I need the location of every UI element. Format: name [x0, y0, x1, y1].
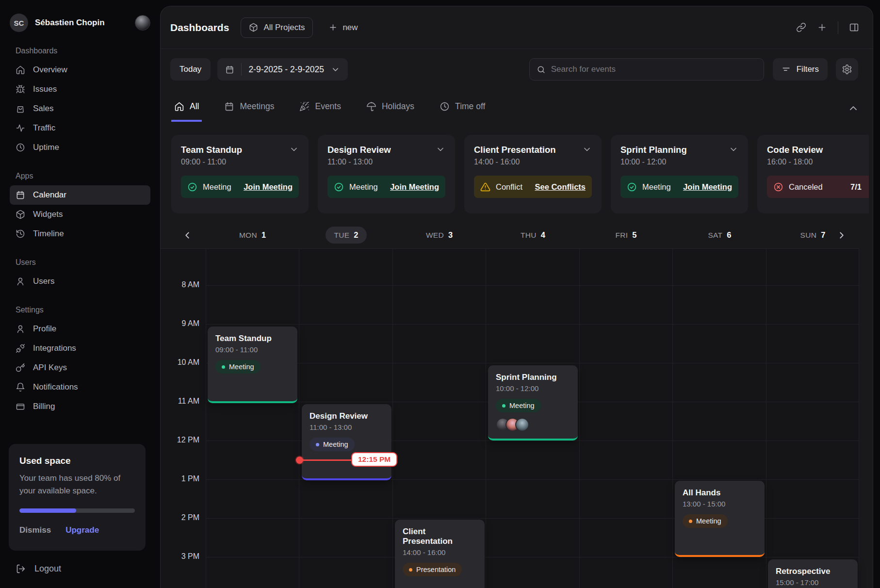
new-dashboard-button[interactable]: new [324, 17, 362, 38]
day-number: 3 [448, 230, 453, 240]
today-button[interactable]: Today [170, 58, 211, 81]
time-label: 12 PM [161, 436, 199, 444]
calendar-toolbar: Today 2-9-2025 - 2-9-2025 Filters [161, 58, 873, 81]
summary-card-team-standup[interactable]: Team Standup 09:00 - 11:00 Meeting Join … [171, 135, 309, 213]
bug-icon [16, 84, 25, 94]
settings-button[interactable] [836, 58, 858, 81]
status-label: Meeting [642, 182, 671, 192]
calendar-event-retrospective[interactable]: Retrospective 15:00 - 17:00 Meeting [768, 559, 858, 588]
all-projects-button[interactable]: All Projects [241, 17, 313, 38]
tag-dot [502, 404, 505, 408]
calendar-event-client-presentation[interactable]: Client Presentation 14:00 - 16:00 Presen… [395, 520, 485, 588]
section-label-dashboards: Dashboards [16, 47, 145, 55]
event-tag: Meeting [496, 399, 541, 412]
sidebar-item-api-keys[interactable]: API Keys [10, 358, 150, 377]
summary-card-code-review[interactable]: Code Review 16:00 - 18:00 Canceled 7/1 [757, 135, 869, 213]
sidebar-item-label: Widgets [33, 210, 63, 219]
upgrade-button[interactable]: Upgrade [65, 525, 99, 535]
day-number: 5 [632, 230, 636, 240]
sidebar-item-notifications[interactable]: Notifications [10, 377, 150, 397]
sidebar-item-users[interactable]: Users [10, 272, 150, 291]
sidebar-item-integrations[interactable]: Integrations [10, 339, 150, 358]
tag-label: Meeting [509, 402, 535, 409]
chevron-right-icon[interactable] [836, 230, 847, 241]
grid-line [579, 249, 580, 588]
chevron-down-icon[interactable] [289, 145, 299, 154]
sidebar-item-label: Profile [33, 324, 56, 334]
day-number: 7 [821, 230, 825, 240]
calendar-event-design-review[interactable]: Design Review 11:00 - 13:00 Meeting [302, 404, 391, 480]
calendar-grid[interactable]: 8 AM 9 AM 10 AM 11 AM 12 PM 1 PM 2 PM 3 … [161, 249, 859, 588]
chevron-down-icon[interactable] [582, 145, 592, 154]
event-time: 11:00 - 13:00 [310, 423, 384, 431]
sidebar-item-calendar[interactable]: Calendar [10, 185, 150, 205]
home-icon [174, 101, 184, 112]
sidebar-item-label: Timeline [33, 229, 64, 239]
sidebar-item-uptime[interactable]: Uptime [10, 138, 150, 157]
section-label-settings: Settings [16, 306, 145, 314]
logout-button[interactable]: Logout [16, 564, 61, 574]
collapse-chevron-up-icon[interactable] [847, 102, 859, 114]
app-root: SC Sébastien Chopin Dashboards Overview … [0, 0, 880, 588]
tab-time-off[interactable]: Time off [437, 98, 488, 120]
join-meeting-link[interactable]: Join Meeting [683, 182, 732, 192]
user-photo-avatar[interactable] [135, 15, 150, 31]
panel-header: Dashboards All Projects new [161, 6, 873, 49]
see-conflicts-link[interactable]: See Conflicts [535, 182, 586, 192]
time-label: 10 AM [161, 358, 199, 367]
sidebar-item-timeline[interactable]: Timeline [10, 224, 150, 244]
sidebar-item-traffic[interactable]: Traffic [10, 118, 150, 138]
event-title: Team Standup [215, 334, 290, 343]
summary-card-sprint-planning[interactable]: Sprint Planning 10:00 - 12:00 Meeting Jo… [611, 135, 748, 213]
join-meeting-link[interactable]: Join Meeting [244, 182, 293, 192]
cube-icon [249, 23, 258, 32]
dismiss-button[interactable]: Dismiss [19, 525, 51, 535]
panel-right-icon[interactable] [849, 22, 859, 33]
used-space-progress-fill [19, 508, 76, 513]
chevron-down-icon[interactable] [729, 145, 738, 154]
plus-icon[interactable] [817, 22, 827, 33]
tag-dot [409, 568, 412, 572]
card-time: 10:00 - 12:00 [620, 158, 738, 166]
calendar-event-team-standup[interactable]: Team Standup 09:00 - 11:00 Meeting [208, 327, 297, 403]
main-panel: Dashboards All Projects new Today 2-9- [160, 6, 873, 588]
tab-all[interactable]: All [171, 98, 202, 122]
tab-holidays[interactable]: Holidays [363, 98, 417, 120]
sidebar-item-label: Billing [33, 402, 55, 411]
chevron-down-icon [331, 65, 340, 74]
chevron-down-icon[interactable] [436, 145, 445, 154]
join-meeting-link[interactable]: Join Meeting [390, 182, 439, 192]
tag-dot [316, 443, 319, 446]
calendar-event-sprint-planning[interactable]: Sprint Planning 10:00 - 12:00 Meeting [488, 365, 578, 441]
tab-events[interactable]: Events [296, 98, 344, 120]
grid-line [299, 249, 299, 588]
sidebar-item-sales[interactable]: Sales [10, 99, 150, 118]
date-range-picker[interactable]: 2-9-2025 - 2-9-2025 [217, 58, 348, 81]
link-icon[interactable] [796, 22, 806, 33]
sidebar-item-overview[interactable]: Overview [10, 60, 150, 80]
card-title: Team Standup [181, 145, 242, 155]
used-space-card: Used space Your team has used 80% of you… [9, 444, 146, 551]
user-initials-avatar[interactable]: SC [10, 14, 28, 32]
category-tabs: All Meetings Events Holidays Time off [171, 98, 859, 126]
tab-label: Holidays [382, 101, 414, 112]
event-time: 14:00 - 16:00 [403, 548, 477, 556]
sidebar-item-profile[interactable]: Profile [10, 319, 150, 339]
sidebar-item-issues[interactable]: Issues [10, 80, 150, 99]
divider [838, 21, 838, 34]
summary-card-client-presentation[interactable]: Client Presentation 14:00 - 16:00 Confli… [464, 135, 602, 213]
summary-card-design-review[interactable]: Design Review 11:00 - 13:00 Meeting Join… [318, 135, 455, 213]
calendar-event-all-hands[interactable]: All Hands 13:00 - 15:00 Meeting [675, 481, 765, 557]
calendar-icon [224, 101, 234, 112]
search-input[interactable] [551, 65, 757, 74]
tab-label: Events [315, 101, 341, 112]
search-icon [537, 65, 546, 74]
chevron-left-icon[interactable] [182, 230, 193, 241]
cube-icon [16, 210, 25, 219]
filters-button[interactable]: Filters [773, 58, 828, 81]
event-tag: Meeting [683, 514, 728, 528]
unplug-icon [16, 343, 25, 353]
sidebar-item-widgets[interactable]: Widgets [10, 205, 150, 224]
tab-meetings[interactable]: Meetings [221, 98, 277, 120]
sidebar-item-billing[interactable]: Billing [10, 397, 150, 416]
